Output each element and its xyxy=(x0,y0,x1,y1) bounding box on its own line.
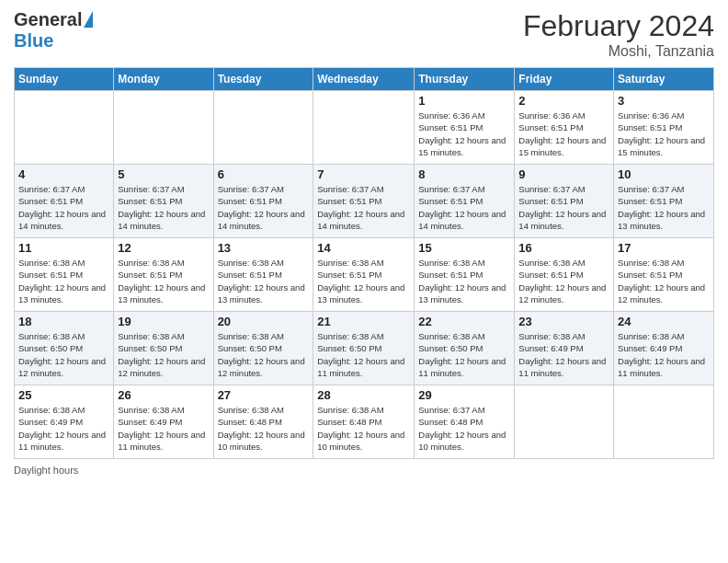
day-number: 24 xyxy=(618,315,710,328)
day-info: Sunrise: 6:37 AM Sunset: 6:51 PM Dayligh… xyxy=(118,183,209,232)
calendar-cell: 4Sunrise: 6:37 AM Sunset: 6:51 PM Daylig… xyxy=(15,165,114,238)
day-info: Sunrise: 6:37 AM Sunset: 6:51 PM Dayligh… xyxy=(518,183,609,232)
day-number: 16 xyxy=(518,241,609,255)
day-number: 26 xyxy=(118,388,209,402)
calendar-cell: 26Sunrise: 6:38 AM Sunset: 6:49 PM Dayli… xyxy=(114,385,213,459)
calendar-cell xyxy=(213,91,313,165)
calendar-cell: 5Sunrise: 6:37 AM Sunset: 6:51 PM Daylig… xyxy=(114,165,213,238)
calendar-cell: 2Sunrise: 6:36 AM Sunset: 6:51 PM Daylig… xyxy=(515,91,614,165)
calendar-cell: 9Sunrise: 6:37 AM Sunset: 6:51 PM Daylig… xyxy=(515,165,614,238)
day-header-tuesday: Tuesday xyxy=(213,68,313,91)
day-info: Sunrise: 6:37 AM Sunset: 6:51 PM Dayligh… xyxy=(317,183,410,232)
day-number: 25 xyxy=(18,388,109,402)
calendar-cell: 28Sunrise: 6:38 AM Sunset: 6:48 PM Dayli… xyxy=(313,385,415,459)
day-number: 5 xyxy=(118,167,209,181)
footer-label: Daylight hours xyxy=(14,465,714,476)
calendar-table: SundayMondayTuesdayWednesdayThursdayFrid… xyxy=(14,67,714,459)
logo-blue-text: Blue xyxy=(14,30,53,52)
day-number: 3 xyxy=(618,94,710,108)
calendar-cell: 24Sunrise: 6:38 AM Sunset: 6:49 PM Dayli… xyxy=(614,312,714,385)
day-number: 28 xyxy=(317,388,410,402)
day-number: 8 xyxy=(418,167,510,181)
calendar-cell: 12Sunrise: 6:38 AM Sunset: 6:51 PM Dayli… xyxy=(114,238,213,312)
day-info: Sunrise: 6:38 AM Sunset: 6:50 PM Dayligh… xyxy=(317,330,410,379)
calendar-cell: 3Sunrise: 6:36 AM Sunset: 6:51 PM Daylig… xyxy=(614,91,714,165)
day-info: Sunrise: 6:37 AM Sunset: 6:51 PM Dayligh… xyxy=(418,183,510,232)
page-container: General Blue February 2024 Moshi, Tanzan… xyxy=(0,0,728,480)
day-number: 15 xyxy=(418,241,510,255)
day-info: Sunrise: 6:38 AM Sunset: 6:51 PM Dayligh… xyxy=(18,257,109,305)
calendar-cell: 21Sunrise: 6:38 AM Sunset: 6:50 PM Dayli… xyxy=(313,312,415,385)
location: Moshi, Tanzania xyxy=(523,43,714,60)
calendar-cell: 1Sunrise: 6:36 AM Sunset: 6:51 PM Daylig… xyxy=(415,91,515,165)
day-info: Sunrise: 6:38 AM Sunset: 6:50 PM Dayligh… xyxy=(18,330,109,379)
day-number: 12 xyxy=(118,241,209,255)
day-header-friday: Friday xyxy=(515,68,614,91)
day-number: 22 xyxy=(418,315,510,328)
day-info: Sunrise: 6:38 AM Sunset: 6:51 PM Dayligh… xyxy=(418,257,510,305)
day-number: 29 xyxy=(418,388,510,402)
day-number: 6 xyxy=(218,167,310,181)
week-row-0: 1Sunrise: 6:36 AM Sunset: 6:51 PM Daylig… xyxy=(15,91,714,165)
calendar-cell xyxy=(614,385,714,459)
week-row-1: 4Sunrise: 6:37 AM Sunset: 6:51 PM Daylig… xyxy=(15,165,714,238)
day-number: 1 xyxy=(418,94,510,108)
day-number: 17 xyxy=(618,241,710,255)
logo: General Blue xyxy=(14,9,93,52)
day-header-saturday: Saturday xyxy=(614,68,714,91)
calendar-cell: 22Sunrise: 6:38 AM Sunset: 6:50 PM Dayli… xyxy=(415,312,515,385)
day-number: 19 xyxy=(118,315,209,328)
calendar-cell: 19Sunrise: 6:38 AM Sunset: 6:50 PM Dayli… xyxy=(114,312,213,385)
calendar-cell: 10Sunrise: 6:37 AM Sunset: 6:51 PM Dayli… xyxy=(614,165,714,238)
calendar-cell: 25Sunrise: 6:38 AM Sunset: 6:49 PM Dayli… xyxy=(15,385,114,459)
calendar-cell xyxy=(114,91,213,165)
day-info: Sunrise: 6:38 AM Sunset: 6:50 PM Dayligh… xyxy=(418,330,510,379)
day-header-monday: Monday xyxy=(114,68,213,91)
header-row: SundayMondayTuesdayWednesdayThursdayFrid… xyxy=(15,68,714,91)
day-number: 18 xyxy=(18,315,109,328)
day-number: 21 xyxy=(317,315,410,328)
logo-general-text: General xyxy=(14,9,82,30)
day-info: Sunrise: 6:38 AM Sunset: 6:51 PM Dayligh… xyxy=(518,257,609,305)
calendar-cell: 23Sunrise: 6:38 AM Sunset: 6:49 PM Dayli… xyxy=(515,312,614,385)
day-number: 9 xyxy=(518,167,609,181)
day-info: Sunrise: 6:38 AM Sunset: 6:51 PM Dayligh… xyxy=(118,257,209,305)
day-info: Sunrise: 6:37 AM Sunset: 6:51 PM Dayligh… xyxy=(18,183,109,232)
calendar-cell: 27Sunrise: 6:38 AM Sunset: 6:48 PM Dayli… xyxy=(213,385,313,459)
calendar-cell: 7Sunrise: 6:37 AM Sunset: 6:51 PM Daylig… xyxy=(313,165,415,238)
day-info: Sunrise: 6:36 AM Sunset: 6:51 PM Dayligh… xyxy=(518,109,609,158)
day-number: 23 xyxy=(518,315,609,328)
day-number: 7 xyxy=(317,167,410,181)
calendar-cell xyxy=(515,385,614,459)
day-info: Sunrise: 6:38 AM Sunset: 6:51 PM Dayligh… xyxy=(218,257,310,305)
day-number: 14 xyxy=(317,241,410,255)
calendar-cell xyxy=(15,91,114,165)
calendar-cell: 16Sunrise: 6:38 AM Sunset: 6:51 PM Dayli… xyxy=(515,238,614,312)
day-info: Sunrise: 6:38 AM Sunset: 6:48 PM Dayligh… xyxy=(218,404,310,453)
logo-triangle-icon xyxy=(84,11,93,28)
calendar-cell: 6Sunrise: 6:37 AM Sunset: 6:51 PM Daylig… xyxy=(213,165,313,238)
day-info: Sunrise: 6:37 AM Sunset: 6:48 PM Dayligh… xyxy=(418,404,510,453)
day-header-wednesday: Wednesday xyxy=(313,68,415,91)
day-info: Sunrise: 6:38 AM Sunset: 6:49 PM Dayligh… xyxy=(118,404,209,453)
week-row-2: 11Sunrise: 6:38 AM Sunset: 6:51 PM Dayli… xyxy=(15,238,714,312)
calendar-cell: 17Sunrise: 6:38 AM Sunset: 6:51 PM Dayli… xyxy=(614,238,714,312)
day-header-thursday: Thursday xyxy=(415,68,515,91)
day-info: Sunrise: 6:36 AM Sunset: 6:51 PM Dayligh… xyxy=(418,109,510,158)
calendar-cell: 8Sunrise: 6:37 AM Sunset: 6:51 PM Daylig… xyxy=(415,165,515,238)
day-number: 27 xyxy=(218,388,310,402)
calendar-cell: 11Sunrise: 6:38 AM Sunset: 6:51 PM Dayli… xyxy=(15,238,114,312)
week-row-3: 18Sunrise: 6:38 AM Sunset: 6:50 PM Dayli… xyxy=(15,312,714,385)
calendar-cell xyxy=(313,91,415,165)
calendar-cell: 18Sunrise: 6:38 AM Sunset: 6:50 PM Dayli… xyxy=(15,312,114,385)
day-info: Sunrise: 6:36 AM Sunset: 6:51 PM Dayligh… xyxy=(618,109,710,158)
day-info: Sunrise: 6:37 AM Sunset: 6:51 PM Dayligh… xyxy=(618,183,710,232)
title-section: February 2024 Moshi, Tanzania xyxy=(523,9,714,60)
day-info: Sunrise: 6:38 AM Sunset: 6:50 PM Dayligh… xyxy=(218,330,310,379)
calendar-cell: 29Sunrise: 6:37 AM Sunset: 6:48 PM Dayli… xyxy=(415,385,515,459)
day-info: Sunrise: 6:38 AM Sunset: 6:51 PM Dayligh… xyxy=(618,257,710,305)
day-info: Sunrise: 6:38 AM Sunset: 6:51 PM Dayligh… xyxy=(317,257,410,305)
calendar-cell: 15Sunrise: 6:38 AM Sunset: 6:51 PM Dayli… xyxy=(415,238,515,312)
day-info: Sunrise: 6:37 AM Sunset: 6:51 PM Dayligh… xyxy=(218,183,310,232)
day-number: 20 xyxy=(218,315,310,328)
